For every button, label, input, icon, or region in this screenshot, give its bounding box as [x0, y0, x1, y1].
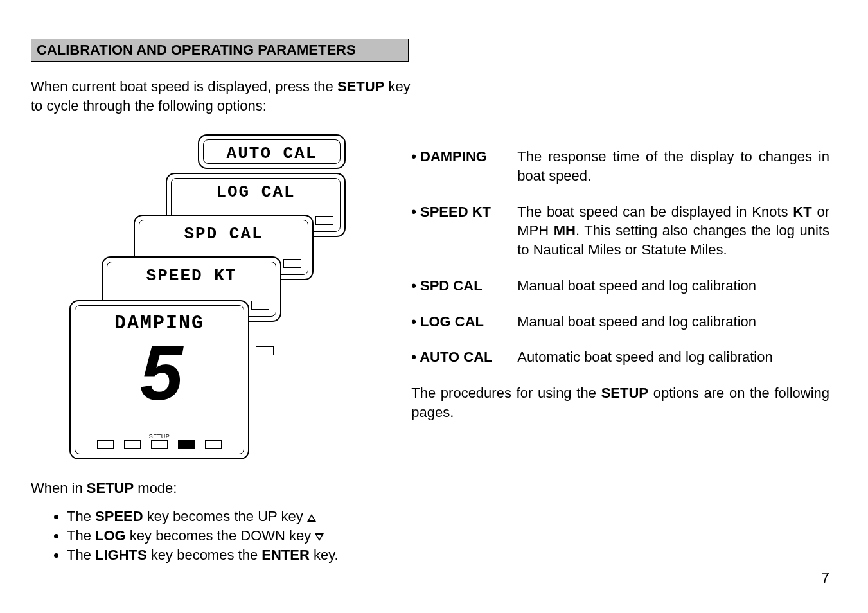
bold: LOG — [95, 528, 126, 544]
lcd-button-row — [75, 440, 244, 449]
text: Automatic boat speed and log calibration — [517, 349, 772, 365]
text: key. — [310, 547, 339, 563]
list-item: The LIGHTS key becomes the ENTER key. — [67, 547, 385, 564]
definition-description: Automatic boat speed and log calibration — [517, 348, 829, 367]
lcd-stack: AUTO CAL LOG CAL SPD CAL S — [63, 134, 385, 468]
text: The — [67, 528, 95, 544]
right-column: • DAMPINGThe response time of the displa… — [411, 134, 829, 578]
lcd-side-button — [315, 216, 333, 225]
chevron-up-icon — [307, 514, 316, 522]
bold: LIGHTS — [95, 547, 147, 563]
follow-paragraph: The procedures for using the SETUP optio… — [411, 384, 829, 422]
text: Manual boat speed and log calibration — [517, 278, 756, 294]
text: When current boat speed is displayed, pr… — [31, 78, 337, 94]
definition-description: The boat speed can be displayed in Knots… — [517, 202, 829, 260]
definition-term: • AUTO CAL — [411, 348, 517, 367]
bold: ENTER — [261, 547, 310, 563]
setup-key-label: SETUP — [601, 385, 648, 401]
setup-caption: SETUP — [75, 433, 244, 440]
text: The response time of the display to chan… — [517, 148, 829, 184]
text: key becomes the UP key — [143, 508, 307, 524]
text: mode: — [134, 480, 177, 496]
definition-row: • DAMPINGThe response time of the displa… — [411, 147, 829, 185]
text: key becomes the — [147, 547, 262, 563]
text: key becomes the DOWN key — [126, 528, 315, 544]
bold: MH — [554, 222, 576, 238]
lcd-button — [205, 440, 222, 449]
key-remap-list: The SPEED key becomes the UP key The LOG… — [31, 508, 385, 564]
bold: KT — [793, 204, 811, 220]
lcd-button-active — [178, 440, 195, 449]
lcd-text: SPEED KT — [107, 262, 276, 285]
lcd-button — [124, 440, 141, 449]
text: The — [67, 547, 95, 563]
definition-description: The response time of the display to chan… — [517, 147, 829, 185]
definition-row: • LOG CALManual boat speed and log calib… — [411, 312, 829, 332]
text: When in — [31, 480, 87, 496]
list-item: The LOG key becomes the DOWN key — [67, 528, 385, 544]
intro-paragraph: When current boat speed is displayed, pr… — [31, 77, 416, 115]
list-item: The SPEED key becomes the UP key — [67, 508, 385, 525]
text: Manual boat speed and log calibration — [517, 314, 756, 330]
lcd-side-button — [283, 259, 301, 268]
lcd-big-digit: 5 — [75, 334, 244, 411]
definition-term: • DAMPING — [411, 147, 517, 185]
lcd-card-auto-cal: AUTO CAL — [198, 134, 346, 169]
lcd-side-button — [251, 301, 269, 310]
definition-row: • AUTO CALAutomatic boat speed and log c… — [411, 348, 829, 367]
setup-key-label: SETUP — [337, 78, 384, 94]
definition-description: Manual boat speed and log calibration — [517, 276, 829, 296]
text: The procedures for using the — [411, 385, 601, 401]
lcd-text: SPD CAL — [139, 220, 308, 244]
chevron-down-icon — [315, 533, 324, 541]
setup-mode-text: When in SETUP mode: — [31, 480, 385, 497]
lcd-text: AUTO CAL — [204, 140, 340, 163]
setup-key-label: SETUP — [87, 480, 134, 496]
two-column-layout: AUTO CAL LOG CAL SPD CAL S — [31, 134, 829, 578]
definition-row: • SPD CALManual boat speed and log calib… — [411, 276, 829, 296]
page-number: 7 — [821, 569, 829, 587]
lcd-button — [151, 440, 168, 449]
lcd-button — [97, 440, 114, 449]
bold: SPEED — [95, 508, 143, 524]
definition-row: • SPEED KTThe boat speed can be displaye… — [411, 202, 829, 260]
text: The boat speed can be displayed in Knots — [517, 204, 793, 220]
definition-term: • SPD CAL — [411, 276, 517, 296]
text: The — [67, 508, 95, 524]
lcd-text: LOG CAL — [172, 179, 340, 202]
lcd-card-damping: DAMPING 5 SETUP — [69, 300, 249, 459]
lcd-side-button — [256, 346, 274, 355]
left-column: AUTO CAL LOG CAL SPD CAL S — [31, 134, 385, 578]
definition-term: • LOG CAL — [411, 312, 517, 332]
definitions-list: • DAMPINGThe response time of the displa… — [411, 147, 829, 367]
definition-description: Manual boat speed and log calibration — [517, 312, 829, 332]
definition-term: • SPEED KT — [411, 202, 517, 260]
section-header: CALIBRATION AND OPERATING PARAMETERS — [31, 39, 409, 62]
